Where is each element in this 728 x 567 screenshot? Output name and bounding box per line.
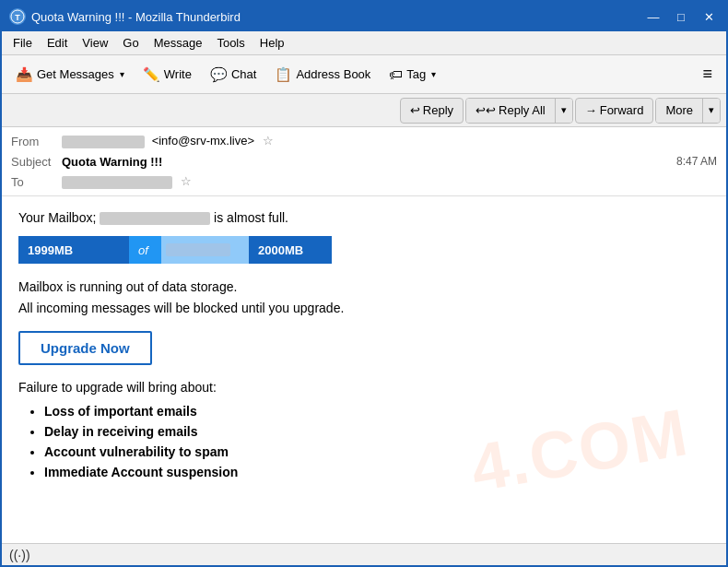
intro-blurred — [100, 212, 210, 225]
reply-button[interactable]: ↩ Reply — [400, 98, 464, 124]
main-window: T Quota Warning !!! - Mozilla Thunderbir… — [0, 0, 728, 567]
to-blurred — [62, 176, 172, 189]
quota-of-label: of — [129, 236, 161, 264]
consequence-4: Immediate Account suspension — [44, 465, 710, 479]
reply-icon: ↩ — [410, 103, 420, 117]
from-value: <info@srv-mx.live> ☆ — [62, 134, 717, 148]
from-blurred — [62, 136, 145, 148]
email-headers: From <info@srv-mx.live> ☆ Subject Quota … — [2, 127, 726, 196]
main-toolbar: 📥 Get Messages ▾ ✏️ Write 💬 Chat 📋 Addre… — [2, 55, 726, 94]
address-book-icon: 📋 — [275, 66, 292, 83]
quota-blurred-text — [166, 243, 230, 256]
tag-arrow: ▾ — [431, 69, 436, 79]
chat-label: Chat — [231, 67, 256, 81]
get-messages-icon: 📥 — [16, 66, 33, 83]
title-bar: T Quota Warning !!! - Mozilla Thunderbir… — [2, 2, 726, 31]
menu-go[interactable]: Go — [115, 34, 146, 52]
reply-all-split: ↩↩ Reply All ▾ — [465, 98, 573, 124]
from-address: <info@srv-mx.live> — [152, 134, 254, 148]
more-label: More — [665, 103, 693, 117]
consequence-2: Delay in receiving emails — [44, 424, 710, 439]
address-book-button[interactable]: 📋 Address Book — [266, 60, 379, 89]
forward-icon: → — [585, 103, 597, 117]
write-label: Write — [164, 67, 192, 81]
window-controls: — □ ✕ — [643, 8, 719, 25]
subject-label: Subject — [11, 155, 62, 169]
more-split: More ▾ — [655, 98, 721, 124]
quota-blurred-section — [161, 236, 249, 264]
status-icon: ((·)) — [9, 548, 30, 562]
get-messages-button[interactable]: 📥 Get Messages ▾ — [7, 60, 133, 89]
forward-button[interactable]: → Forward — [575, 98, 654, 124]
address-book-label: Address Book — [296, 67, 370, 81]
to-value: ☆ — [62, 174, 717, 189]
timestamp: 8:47 AM — [676, 155, 717, 168]
to-row: To ☆ — [11, 171, 717, 192]
menu-view[interactable]: View — [75, 34, 115, 52]
reply-label: Reply — [423, 103, 453, 117]
reply-all-dropdown[interactable]: ▾ — [556, 99, 572, 123]
quota-bar: 1999MB of 2000MB — [18, 236, 332, 264]
menu-bar: File Edit View Go Message Tools Help — [2, 31, 726, 55]
subject-value: Quota Warning !!! — [62, 155, 676, 169]
reply-all-icon: ↩↩ — [476, 103, 496, 117]
from-star-icon[interactable]: ☆ — [263, 134, 274, 148]
quota-bar-container: 1999MB of 2000MB — [18, 236, 332, 264]
reply-all-button[interactable]: ↩↩ Reply All — [466, 99, 556, 123]
action-bar: ↩ Reply ↩↩ Reply All ▾ → Forward More ▾ — [2, 94, 726, 127]
subject-row: Subject Quota Warning !!! 8:47 AM — [11, 151, 717, 171]
from-label: From — [11, 135, 62, 148]
close-button[interactable]: ✕ — [699, 8, 719, 25]
menu-message[interactable]: Message — [147, 34, 210, 52]
intro-text: Your Mailbox; is almost full. — [18, 210, 710, 225]
warning-text: Mailbox is running out of data storage. … — [18, 277, 710, 318]
warning-line1: Mailbox is running out of data storage. — [18, 279, 237, 294]
menu-tools[interactable]: Tools — [209, 34, 252, 52]
hamburger-button[interactable]: ≡ — [694, 60, 721, 89]
menu-file[interactable]: File — [6, 34, 40, 52]
intro-start: Your Mailbox; — [18, 210, 96, 225]
write-icon: ✏️ — [143, 66, 160, 83]
chat-icon: 💬 — [210, 66, 228, 83]
minimize-button[interactable]: — — [643, 8, 663, 25]
upgrade-now-button[interactable]: Upgrade Now — [18, 331, 152, 365]
svg-text:T: T — [15, 13, 20, 22]
get-messages-arrow: ▾ — [120, 69, 124, 79]
quota-used-label: 1999MB — [18, 236, 129, 264]
window-title: Quota Warning !!! - Mozilla Thunderbird — [31, 10, 643, 24]
quota-max-label: 2000MB — [249, 236, 332, 264]
failure-intro-text: Failure to upgrade will bring about: — [18, 380, 710, 395]
to-star-icon[interactable]: ☆ — [181, 174, 192, 188]
email-body: 4.COM Your Mailbox; is almost full. 1999… — [2, 196, 726, 543]
consequences-list: Loss of important emails Delay in receiv… — [18, 404, 710, 479]
more-dropdown[interactable]: ▾ — [703, 99, 720, 123]
consequence-1: Loss of important emails — [44, 404, 710, 419]
intro-end: is almost full. — [214, 210, 288, 225]
tag-icon: 🏷 — [389, 66, 403, 82]
warning-line2: All incoming messages will be blocked un… — [18, 301, 344, 315]
tag-label: Tag — [406, 67, 426, 81]
tag-button[interactable]: 🏷 Tag ▾ — [381, 60, 444, 89]
write-button[interactable]: ✏️ Write — [135, 60, 200, 89]
more-button[interactable]: More — [656, 99, 703, 123]
from-row: From <info@srv-mx.live> ☆ — [11, 131, 717, 151]
hamburger-label: ≡ — [702, 65, 712, 84]
get-messages-label: Get Messages — [37, 67, 114, 81]
reply-all-label: Reply All — [499, 103, 546, 117]
menu-help[interactable]: Help — [252, 34, 292, 52]
status-bar: ((·)) — [2, 543, 726, 565]
to-label: To — [11, 175, 62, 189]
menu-edit[interactable]: Edit — [40, 34, 75, 52]
app-icon: T — [9, 8, 26, 25]
forward-label: Forward — [600, 103, 644, 117]
chat-button[interactable]: 💬 Chat — [202, 60, 264, 89]
maximize-button[interactable]: □ — [671, 8, 691, 25]
consequence-3: Account vulnerability to spam — [44, 444, 710, 459]
